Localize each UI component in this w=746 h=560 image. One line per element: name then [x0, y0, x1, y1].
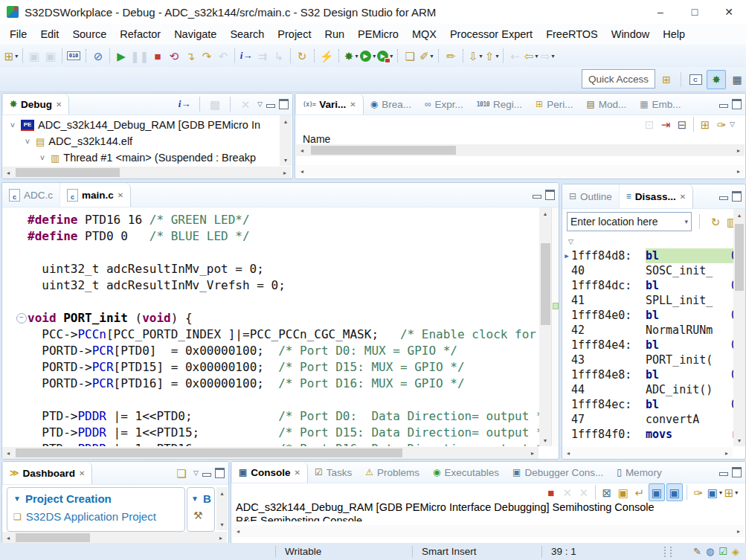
new-binary-button[interactable]: 010 [66, 48, 81, 64]
debug-button[interactable]: ✸▾ [344, 48, 358, 64]
maximize-view-button[interactable] [732, 467, 742, 477]
show-on-stderr-button[interactable]: ▣ [666, 483, 683, 501]
minimize-view-button[interactable] [533, 191, 541, 199]
back-button[interactable]: ⇦▾ [524, 48, 538, 64]
vertical-scrollbar[interactable]: ▴▾ [733, 209, 745, 446]
menu-pemicro[interactable]: PEMicro [351, 28, 405, 40]
vertical-scrollbar[interactable]: ▴▾ [280, 115, 292, 166]
flash-from-file-button[interactable]: ❏ [402, 48, 417, 64]
hammer-icon[interactable]: ⚒ [187, 506, 214, 521]
word-wrap-button[interactable]: ↵ [632, 484, 647, 501]
clear-console-button[interactable]: ⊠ [599, 484, 614, 501]
quick-access-input[interactable]: Quick Access [582, 69, 655, 88]
open-console-button[interactable]: ⊞▾ [724, 484, 739, 501]
view-menu-icon[interactable]: ▽ [257, 100, 263, 108]
refresh-view-button[interactable]: ↻ [708, 213, 723, 230]
tab-peripherals[interactable]: ⊞Peri... [529, 94, 579, 115]
expander-icon[interactable]: ˅ [23, 137, 32, 146]
pen-icon[interactable]: ✎ [693, 546, 701, 557]
menu-edit[interactable]: Edit [33, 28, 65, 40]
vertical-scrollbar[interactable]: ▴▾ [216, 487, 228, 530]
menu-search[interactable]: Search [223, 28, 271, 40]
restart-button[interactable]: ⟲ [167, 48, 181, 64]
pin-console-button[interactable]: ✑ [691, 484, 706, 501]
hardware-perspective-button[interactable]: ▦ [728, 71, 746, 88]
close-icon[interactable]: ✕ [295, 469, 300, 477]
step-into-button[interactable]: ↴ [183, 48, 198, 64]
tab-memory[interactable]: ▯Memory [610, 462, 668, 483]
close-button[interactable]: ✕ [712, 0, 746, 24]
minimize-view-button[interactable] [719, 193, 728, 200]
dropdown-arrow-icon[interactable]: ▾ [355, 53, 358, 59]
search-button[interactable]: ✐▾ [419, 48, 434, 64]
dropdown-arrow-icon[interactable]: ▾ [495, 53, 498, 59]
close-icon[interactable]: ✕ [680, 193, 686, 201]
minimize-view-button[interactable] [202, 469, 211, 477]
open-perspective-button[interactable]: ⊞ [657, 71, 675, 88]
maximize-view-button[interactable] [545, 190, 555, 200]
cpp-perspective-button[interactable]: C [686, 71, 704, 88]
menu-freertos[interactable]: FreeRTOS [539, 28, 605, 40]
tab-dashboard[interactable]: ≫ Dashboard ✕ [2, 462, 92, 484]
dropdown-arrow-icon[interactable]: ▾ [535, 53, 538, 59]
menu-file[interactable]: File [3, 28, 33, 40]
new-view-button[interactable]: ⊞ [698, 116, 713, 132]
minimize-button[interactable]: – [643, 0, 678, 24]
chevron-down-icon[interactable]: ▼ [191, 495, 199, 503]
resume-button[interactable]: ▶ [114, 48, 129, 64]
terminate-button[interactable]: ■ [150, 48, 165, 64]
step-over-button[interactable]: ↷ [199, 48, 214, 64]
tab-disassembly[interactable]: ≡Disass...✕ [619, 184, 693, 208]
pin-view-button[interactable]: ✑ [714, 116, 729, 132]
expander-icon[interactable]: ˅ [8, 120, 17, 129]
debug-perspective-button[interactable]: ✸ [707, 70, 726, 89]
dropdown-arrow-icon[interactable]: ▾ [373, 53, 376, 59]
lamp-icon[interactable]: ◍ [706, 546, 714, 557]
chevron-down-icon[interactable]: ▼ [13, 495, 21, 503]
disassembly-row[interactable]: 41SPLL_init_ [562, 293, 745, 308]
code-editor[interactable]: #define PTD16 16 /* GREEN LED*/#define P… [2, 207, 539, 446]
minimize-view-button[interactable] [266, 100, 275, 108]
add-global-variables-button[interactable]: ⇥ [658, 116, 673, 132]
scroll-lock-button[interactable]: ▣ [616, 484, 631, 501]
run-external-tools-button[interactable]: ▶▾ [377, 48, 393, 64]
previous-annotation-button[interactable]: ⇧▾ [484, 48, 499, 64]
disassembly-row[interactable]: 1fff84e0:bl0x [562, 308, 745, 323]
tab-variables[interactable]: (x)=Vari...✕ [295, 94, 364, 115]
dropdown-arrow-icon[interactable]: ▾ [551, 53, 554, 59]
maximize-button[interactable]: □ [678, 0, 712, 24]
instruction-stepping-mode-button[interactable]: i→ [239, 48, 254, 64]
disassembly-row[interactable]: 42NormalRUNm [562, 323, 745, 338]
dropdown-arrow-icon[interactable]: ▾ [479, 53, 482, 59]
tab-registers[interactable]: 1010Regi... [470, 94, 529, 115]
tab-problems[interactable]: ⚠Problems [358, 462, 426, 483]
horizontal-scrollbar[interactable]: ◂▸ [2, 447, 538, 459]
import-example-button[interactable]: ❏ [174, 465, 189, 481]
flash-programmer-button[interactable]: ⚡ [319, 48, 334, 64]
expander-icon[interactable]: ˅ [38, 153, 47, 162]
minimize-view-button[interactable] [719, 469, 728, 476]
close-icon[interactable]: ✕ [350, 100, 356, 109]
disassembly-row[interactable]: 43PORT_init( [562, 353, 745, 367]
debug-tree-row[interactable]: ˅▤ADC_s32k144.elf [2, 133, 292, 149]
menu-refactor[interactable]: Refactor [113, 28, 167, 40]
tab-console[interactable]: ▣Console✕ [231, 462, 308, 483]
tab-modules[interactable]: ▤Mod... [579, 94, 633, 115]
tab-adc-c[interactable]: cADC.c [2, 183, 60, 207]
disassembly-row[interactable]: 1fff84f0:movsr0 [562, 427, 745, 442]
new-application-project-link[interactable]: ❏ S32DS Application Project [7, 506, 184, 523]
location-combobox[interactable]: Enter location here ▾ [567, 212, 692, 231]
tab-main-c[interactable]: cmain.c✕ [60, 183, 131, 207]
diamond-icon[interactable]: ◈ [732, 546, 739, 557]
horizontal-scrollbar[interactable]: ◂▸ [296, 165, 745, 177]
debug-tree-row[interactable]: ˅▥Thread #1 <main> (Suspended : Breakp [2, 149, 292, 166]
display-selected-console-button[interactable]: ▣▾ [707, 484, 722, 501]
menu-processor-expert[interactable]: Processor Expert [443, 28, 539, 40]
view-menu-icon[interactable]: ▽ [730, 120, 735, 128]
fold-collapse-icon[interactable]: − [16, 313, 27, 324]
horizontal-scrollbar[interactable]: ◂▸ [2, 532, 227, 544]
disassembly-row[interactable]: 40SOSC_init_ [562, 263, 745, 278]
menu-source[interactable]: Source [65, 28, 113, 40]
disassembly-listing[interactable]: ▶1fff84d8:bl0x40SOSC_init_1fff84dc:bl0x4… [562, 247, 745, 442]
tab-debug[interactable]: ✸ Debug ✕ [2, 94, 69, 115]
